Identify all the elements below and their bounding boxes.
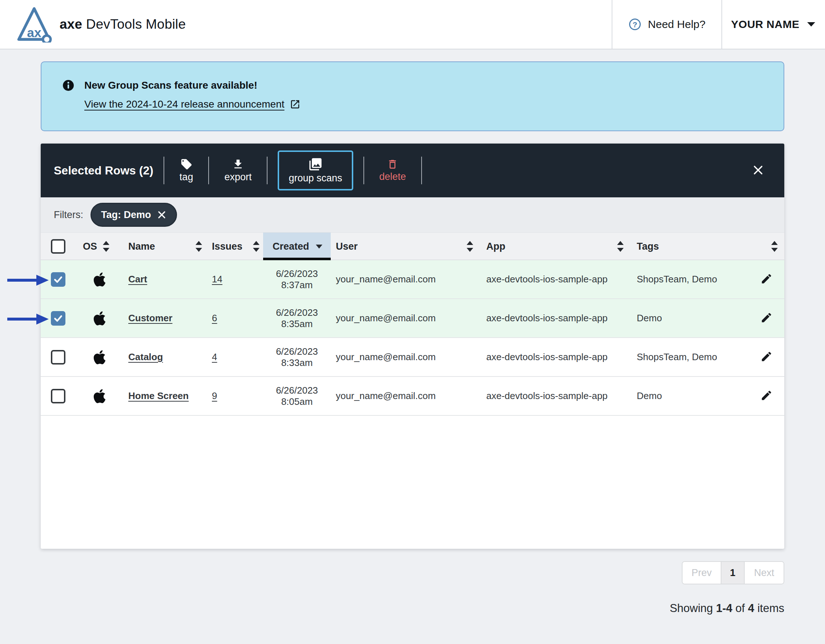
next-page-button[interactable]: Next xyxy=(745,562,783,584)
sort-icon xyxy=(466,240,474,253)
user-cell: your_name@email.com xyxy=(331,351,477,363)
tags-cell: ShopsTeam, Demo xyxy=(627,271,784,287)
group-scans-button[interactable]: group scans xyxy=(278,150,353,190)
sort-icon xyxy=(771,240,779,253)
axe-logo-icon: ax xyxy=(16,6,53,43)
column-header-app[interactable]: App xyxy=(477,233,627,260)
created-cell: 6/26/20238:05am xyxy=(263,385,331,408)
info-icon xyxy=(62,80,74,91)
filter-chip-tag-demo[interactable]: Tag: Demo xyxy=(91,203,177,227)
tags-value: Demo xyxy=(637,390,662,402)
toolbar-divider xyxy=(421,157,422,184)
sort-icon xyxy=(102,240,110,253)
scan-name-link[interactable]: Home Screen xyxy=(128,390,188,401)
filter-bar: Filters: Tag: Demo xyxy=(41,197,784,233)
row-checkbox[interactable] xyxy=(51,311,65,326)
annotation-arrow xyxy=(6,312,49,326)
created-cell: 6/26/20238:37am xyxy=(263,268,331,291)
delete-button[interactable]: delete xyxy=(374,156,411,185)
created-cell: 6/26/20238:33am xyxy=(263,346,331,369)
close-selection-button[interactable] xyxy=(749,161,767,180)
page: ax axe DevTools Mobile ? Need Help? YOUR… xyxy=(0,0,825,644)
selection-toolbar: Selected Rows (2) tag export grou xyxy=(41,144,784,197)
edit-tags-button[interactable] xyxy=(759,349,774,365)
apple-os-icon xyxy=(93,349,106,365)
tags-value: ShopsTeam, Demo xyxy=(637,274,717,285)
row-checkbox[interactable] xyxy=(51,389,65,403)
banner-title: New Group Scans feature available! xyxy=(84,80,257,91)
svg-text:?: ? xyxy=(632,20,637,29)
toolbar-divider xyxy=(363,157,364,184)
issues-count-link[interactable]: 14 xyxy=(212,274,222,284)
column-header-tags[interactable]: Tags xyxy=(627,233,784,260)
page-1-button[interactable]: 1 xyxy=(721,562,745,584)
apple-os-icon xyxy=(93,310,106,326)
close-icon xyxy=(752,164,765,177)
app-header: ax axe DevTools Mobile ? Need Help? YOUR… xyxy=(0,0,825,49)
items-summary: Showing 1-4 of 4 items xyxy=(41,602,784,615)
edit-tags-button[interactable] xyxy=(759,310,774,326)
scan-name-link[interactable]: Customer xyxy=(128,312,172,323)
column-header-created-sorted[interactable]: Created xyxy=(263,233,331,260)
brand: ax axe DevTools Mobile xyxy=(16,6,186,43)
table-row: Home Screen 9 6/26/20238:05am your_name@… xyxy=(41,377,784,416)
tags-cell: ShopsTeam, Demo xyxy=(627,349,784,365)
row-checkbox[interactable] xyxy=(51,272,65,287)
need-help-label: Need Help? xyxy=(648,18,705,31)
export-icon xyxy=(232,158,244,170)
column-header-name[interactable]: Name xyxy=(120,233,208,260)
issues-count-link[interactable]: 9 xyxy=(212,390,217,401)
sort-icon xyxy=(252,240,260,253)
group-scans-icon xyxy=(308,157,323,171)
chevron-down-icon xyxy=(806,21,816,28)
pencil-icon xyxy=(760,312,772,324)
edit-tags-button[interactable] xyxy=(759,388,774,404)
remove-filter-icon[interactable] xyxy=(157,210,167,219)
edit-tags-button[interactable] xyxy=(759,271,774,287)
app-cell: axe-devtools-ios-sample-app xyxy=(477,351,627,363)
user-cell: your_name@email.com xyxy=(331,390,477,402)
user-name-label: YOUR NAME xyxy=(731,18,800,31)
sort-icon xyxy=(616,240,624,253)
toolbar-divider xyxy=(164,157,164,184)
select-all-checkbox-cell xyxy=(41,233,79,260)
trash-icon xyxy=(387,159,398,170)
created-cell: 6/26/20238:35am xyxy=(263,307,331,330)
issues-count-link[interactable]: 4 xyxy=(212,351,217,362)
scans-card: Selected Rows (2) tag export grou xyxy=(41,144,784,549)
table-row: Cart 14 6/26/20238:37am your_name@email.… xyxy=(41,260,784,299)
page-title: axe DevTools Mobile xyxy=(60,17,186,32)
help-icon: ? xyxy=(628,18,641,31)
column-header-issues[interactable]: Issues xyxy=(208,233,263,260)
select-all-checkbox[interactable] xyxy=(51,239,65,254)
column-header-os[interactable]: OS xyxy=(79,233,120,260)
user-cell: your_name@email.com xyxy=(331,312,477,324)
pencil-icon xyxy=(760,273,772,285)
sort-icon xyxy=(195,240,203,253)
tag-icon xyxy=(180,158,193,170)
tags-cell: Demo xyxy=(627,310,784,326)
app-cell: axe-devtools-ios-sample-app xyxy=(477,390,627,402)
filters-label: Filters: xyxy=(54,209,83,221)
scan-name-link[interactable]: Cart xyxy=(128,274,147,284)
scan-name-link[interactable]: Catalog xyxy=(128,351,163,362)
tag-button[interactable]: tag xyxy=(175,155,198,186)
tags-cell: Demo xyxy=(627,388,784,404)
release-announcement-link[interactable]: View the 2024-10-24 release announcement xyxy=(84,99,284,110)
row-checkbox[interactable] xyxy=(51,350,65,364)
toolbar-divider xyxy=(267,157,267,184)
column-header-user[interactable]: User xyxy=(331,233,477,260)
prev-page-button[interactable]: Prev xyxy=(683,562,721,584)
table-header-row: OS Name Issues Created User App xyxy=(41,233,784,260)
sort-desc-icon xyxy=(315,244,323,249)
toolbar-divider xyxy=(208,157,209,184)
pencil-icon xyxy=(760,351,772,363)
issues-count-link[interactable]: 6 xyxy=(212,312,217,323)
tags-value: Demo xyxy=(637,312,662,324)
table-row: Catalog 4 6/26/20238:33am your_name@emai… xyxy=(41,338,784,377)
svg-text:ax: ax xyxy=(27,25,42,40)
need-help-button[interactable]: ? Need Help? xyxy=(612,0,721,49)
export-button[interactable]: export xyxy=(219,155,256,186)
user-menu-button[interactable]: YOUR NAME xyxy=(721,0,825,49)
announcement-banner: New Group Scans feature available! View … xyxy=(41,62,784,131)
